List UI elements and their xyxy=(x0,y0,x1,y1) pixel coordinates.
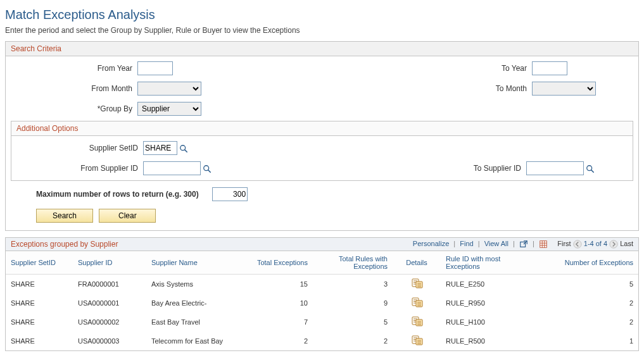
table-row: SHAREUSA0000002East Bay Travel75RULE_H10… xyxy=(6,313,638,331)
to-supplier-id-lookup-icon[interactable] xyxy=(586,164,595,173)
additional-options-group: Additional Options Supplier SetID From S… xyxy=(11,121,633,181)
supplier-setid-lookup-icon[interactable] xyxy=(179,144,188,153)
from-year-label: From Year xyxy=(11,64,137,73)
additional-options-header: Additional Options xyxy=(11,121,633,136)
details-icon[interactable] xyxy=(412,316,422,325)
from-year-input[interactable] xyxy=(137,61,173,75)
page-title: Match Exceptions Analysis xyxy=(5,8,639,22)
results-group: Exceptions grouped by Supplier Personali… xyxy=(5,237,639,351)
from-supplier-id-input[interactable] xyxy=(143,161,201,175)
to-month-label: To Month xyxy=(405,84,532,93)
results-title: Exceptions grouped by Supplier xyxy=(11,240,118,249)
to-supplier-id-label: To Supplier ID xyxy=(400,164,526,173)
from-month-label: From Month xyxy=(11,84,137,93)
col-supplier-id[interactable]: Supplier ID xyxy=(73,251,146,275)
first-label: First xyxy=(557,240,571,247)
page-range: 1-4 of 4 xyxy=(584,240,607,247)
col-total-exceptions[interactable]: Total Exceptions xyxy=(233,251,313,275)
details-icon[interactable] xyxy=(412,278,422,287)
table-row: SHAREUSA0000003Telecomm for East Bay22RU… xyxy=(6,331,638,350)
to-supplier-id-input[interactable] xyxy=(526,161,584,175)
from-supplier-id-label: From Supplier ID xyxy=(16,164,143,173)
col-total-rules[interactable]: Total Rules with Exceptions xyxy=(313,251,393,275)
from-month-select[interactable] xyxy=(137,82,201,96)
to-year-input[interactable] xyxy=(532,61,567,75)
next-page-icon[interactable] xyxy=(609,240,618,249)
search-button[interactable]: Search xyxy=(36,209,93,223)
to-month-select[interactable] xyxy=(532,82,596,96)
page-subtitle: Enter the period and select the Group by… xyxy=(5,26,639,35)
group-by-select[interactable]: Supplier xyxy=(137,102,201,116)
max-rows-input[interactable] xyxy=(212,187,248,201)
zoom-icon[interactable] xyxy=(519,240,528,249)
download-icon[interactable] xyxy=(539,240,548,249)
from-supplier-id-lookup-icon[interactable] xyxy=(203,164,212,173)
details-icon[interactable] xyxy=(412,335,422,344)
col-supplier-setid[interactable]: Supplier SetID xyxy=(6,251,73,275)
personalize-link[interactable]: Personalize xyxy=(413,240,449,247)
table-row: SHAREFRA0000001Axis Systems153RULE_E2505 xyxy=(6,275,638,294)
col-rule-id-most[interactable]: Rule ID with most Exceptions xyxy=(441,251,540,275)
group-by-label: *Group By xyxy=(11,104,137,113)
table-row: SHAREUSA0000001Bay Area Electric-109RULE… xyxy=(6,294,638,313)
search-criteria-group: Search Criteria From Year To Year From M… xyxy=(5,41,639,231)
to-year-label: To Year xyxy=(405,64,532,73)
search-criteria-header: Search Criteria xyxy=(6,42,638,56)
clear-button[interactable]: Clear xyxy=(99,209,156,223)
results-table: Supplier SetID Supplier ID Supplier Name… xyxy=(6,251,638,350)
max-rows-label: Maximum number of rows to return (e.g. 3… xyxy=(36,190,199,199)
details-icon[interactable] xyxy=(412,297,422,306)
col-supplier-name[interactable]: Supplier Name xyxy=(146,251,233,275)
find-link[interactable]: Find xyxy=(460,240,473,247)
supplier-setid-input[interactable] xyxy=(143,141,177,155)
col-num-exceptions[interactable]: Number of Exceptions xyxy=(540,251,638,275)
view-all-link[interactable]: View All xyxy=(484,240,508,247)
supplier-setid-label: Supplier SetID xyxy=(16,144,143,152)
col-details[interactable]: Details xyxy=(393,251,441,275)
prev-page-icon[interactable] xyxy=(573,240,582,249)
last-label: Last xyxy=(620,240,633,247)
